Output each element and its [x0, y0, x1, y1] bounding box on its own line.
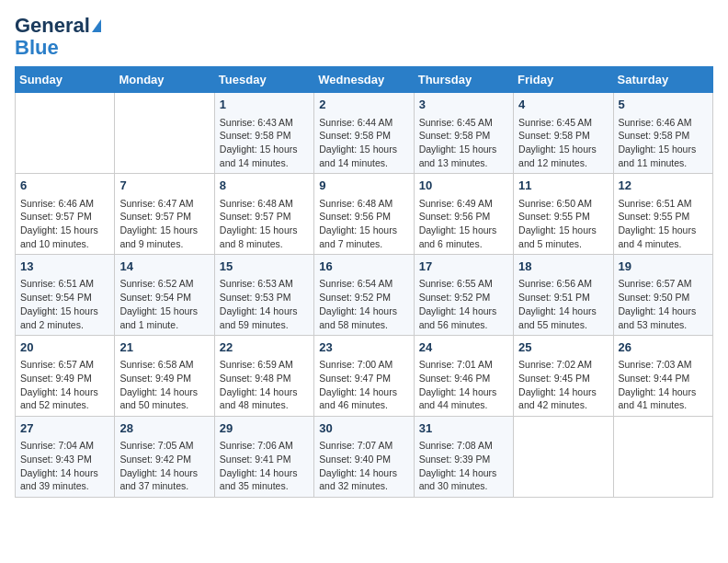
day-number: 21: [119, 339, 209, 356]
calendar-week-row: 6Sunrise: 6:46 AM Sunset: 9:57 PM Daylig…: [16, 174, 713, 255]
calendar-cell: 7Sunrise: 6:47 AM Sunset: 9:57 PM Daylig…: [115, 174, 214, 255]
day-number: 27: [20, 420, 109, 437]
logo-triangle-icon: [92, 19, 101, 32]
calendar-cell: 1Sunrise: 6:43 AM Sunset: 9:58 PM Daylig…: [214, 93, 313, 174]
day-info: Sunrise: 6:43 AM Sunset: 9:58 PM Dayligh…: [220, 116, 309, 170]
calendar-cell: 8Sunrise: 6:48 AM Sunset: 9:57 PM Daylig…: [214, 174, 313, 255]
day-info: Sunrise: 6:52 AM Sunset: 9:54 PM Dayligh…: [119, 277, 209, 331]
calendar-cell: 9Sunrise: 6:48 AM Sunset: 9:56 PM Daylig…: [314, 174, 414, 255]
calendar-cell: 16Sunrise: 6:54 AM Sunset: 9:52 PM Dayli…: [314, 255, 414, 336]
day-number: 5: [619, 97, 708, 113]
day-number: 19: [619, 259, 708, 275]
calendar-week-row: 13Sunrise: 6:51 AM Sunset: 9:54 PM Dayli…: [16, 255, 713, 336]
day-number: 13: [20, 259, 109, 275]
day-info: Sunrise: 7:08 AM Sunset: 9:39 PM Dayligh…: [419, 439, 508, 493]
day-info: Sunrise: 7:03 AM Sunset: 9:44 PM Dayligh…: [619, 358, 708, 412]
calendar-cell: 5Sunrise: 6:46 AM Sunset: 9:58 PM Daylig…: [613, 93, 712, 174]
day-info: Sunrise: 6:55 AM Sunset: 9:52 PM Dayligh…: [419, 277, 508, 331]
day-number: 26: [619, 339, 708, 356]
calendar-cell: 17Sunrise: 6:55 AM Sunset: 9:52 PM Dayli…: [414, 255, 513, 336]
calendar-cell: 12Sunrise: 6:51 AM Sunset: 9:55 PM Dayli…: [613, 174, 712, 255]
calendar-cell: 23Sunrise: 7:00 AM Sunset: 9:47 PM Dayli…: [314, 336, 414, 417]
day-number: 9: [319, 178, 408, 194]
calendar-cell: 3Sunrise: 6:45 AM Sunset: 9:58 PM Daylig…: [414, 93, 513, 174]
page-header: General Blue: [15, 15, 713, 59]
calendar-cell: 29Sunrise: 7:06 AM Sunset: 9:41 PM Dayli…: [214, 417, 313, 498]
calendar-cell: [16, 93, 115, 174]
day-number: 18: [518, 259, 608, 275]
day-info: Sunrise: 6:53 AM Sunset: 9:53 PM Dayligh…: [220, 277, 309, 331]
day-number: 20: [20, 339, 109, 356]
calendar-cell: 2Sunrise: 6:44 AM Sunset: 9:58 PM Daylig…: [314, 93, 414, 174]
weekday-header: Thursday: [414, 67, 513, 93]
calendar-cell: 19Sunrise: 6:57 AM Sunset: 9:50 PM Dayli…: [613, 255, 712, 336]
day-number: 6: [20, 178, 109, 194]
calendar-cell: 25Sunrise: 7:02 AM Sunset: 9:45 PM Dayli…: [514, 336, 613, 417]
logo-general: General: [15, 15, 90, 37]
day-info: Sunrise: 6:49 AM Sunset: 9:56 PM Dayligh…: [419, 197, 508, 251]
day-number: 7: [119, 178, 209, 194]
day-info: Sunrise: 6:45 AM Sunset: 9:58 PM Dayligh…: [518, 116, 608, 170]
calendar-cell: 13Sunrise: 6:51 AM Sunset: 9:54 PM Dayli…: [16, 255, 115, 336]
calendar-cell: 18Sunrise: 6:56 AM Sunset: 9:51 PM Dayli…: [514, 255, 613, 336]
day-number: 16: [319, 259, 408, 275]
day-info: Sunrise: 6:54 AM Sunset: 9:52 PM Dayligh…: [319, 277, 408, 331]
day-number: 30: [319, 420, 408, 437]
calendar-cell: 22Sunrise: 6:59 AM Sunset: 9:48 PM Dayli…: [214, 336, 313, 417]
calendar-cell: [514, 417, 613, 498]
calendar-week-row: 1Sunrise: 6:43 AM Sunset: 9:58 PM Daylig…: [16, 93, 713, 174]
day-info: Sunrise: 6:48 AM Sunset: 9:56 PM Dayligh…: [319, 197, 408, 251]
day-number: 10: [419, 178, 508, 194]
calendar-cell: 24Sunrise: 7:01 AM Sunset: 9:46 PM Dayli…: [414, 336, 513, 417]
day-number: 23: [319, 339, 408, 356]
day-info: Sunrise: 6:51 AM Sunset: 9:55 PM Dayligh…: [619, 197, 708, 251]
calendar-cell: 20Sunrise: 6:57 AM Sunset: 9:49 PM Dayli…: [16, 336, 115, 417]
day-info: Sunrise: 6:48 AM Sunset: 9:57 PM Dayligh…: [220, 197, 309, 251]
day-info: Sunrise: 6:57 AM Sunset: 9:49 PM Dayligh…: [20, 358, 109, 412]
day-number: 11: [518, 178, 608, 194]
day-info: Sunrise: 6:56 AM Sunset: 9:51 PM Dayligh…: [518, 277, 608, 331]
day-number: 28: [119, 420, 209, 437]
day-number: 22: [220, 339, 309, 356]
day-info: Sunrise: 6:44 AM Sunset: 9:58 PM Dayligh…: [319, 116, 408, 170]
logo-blue: Blue: [15, 37, 59, 59]
day-number: 17: [419, 259, 508, 275]
weekday-header: Tuesday: [214, 67, 313, 93]
calendar-cell: 27Sunrise: 7:04 AM Sunset: 9:43 PM Dayli…: [16, 417, 115, 498]
day-info: Sunrise: 7:06 AM Sunset: 9:41 PM Dayligh…: [220, 439, 309, 493]
day-info: Sunrise: 6:58 AM Sunset: 9:49 PM Dayligh…: [119, 358, 209, 412]
day-info: Sunrise: 6:51 AM Sunset: 9:54 PM Dayligh…: [20, 277, 109, 331]
day-info: Sunrise: 6:59 AM Sunset: 9:48 PM Dayligh…: [220, 358, 309, 412]
day-number: 14: [119, 259, 209, 275]
calendar-cell: 26Sunrise: 7:03 AM Sunset: 9:44 PM Dayli…: [613, 336, 712, 417]
calendar-cell: 31Sunrise: 7:08 AM Sunset: 9:39 PM Dayli…: [414, 417, 513, 498]
day-number: 31: [419, 420, 508, 437]
weekday-header: Wednesday: [314, 67, 414, 93]
calendar-cell: 10Sunrise: 6:49 AM Sunset: 9:56 PM Dayli…: [414, 174, 513, 255]
day-number: 8: [220, 178, 309, 194]
day-number: 12: [619, 178, 708, 194]
day-info: Sunrise: 6:45 AM Sunset: 9:58 PM Dayligh…: [419, 116, 508, 170]
day-number: 15: [220, 259, 309, 275]
day-number: 1: [220, 97, 309, 113]
day-number: 29: [220, 420, 309, 437]
calendar-table: SundayMondayTuesdayWednesdayThursdayFrid…: [15, 66, 713, 498]
calendar-cell: [613, 417, 712, 498]
weekday-header: Sunday: [16, 67, 115, 93]
weekday-header: Monday: [115, 67, 214, 93]
calendar-week-row: 20Sunrise: 6:57 AM Sunset: 9:49 PM Dayli…: [16, 336, 713, 417]
day-number: 3: [419, 97, 508, 113]
calendar-week-row: 27Sunrise: 7:04 AM Sunset: 9:43 PM Dayli…: [16, 417, 713, 498]
calendar-cell: 21Sunrise: 6:58 AM Sunset: 9:49 PM Dayli…: [115, 336, 214, 417]
day-info: Sunrise: 7:02 AM Sunset: 9:45 PM Dayligh…: [518, 358, 608, 412]
calendar-cell: 6Sunrise: 6:46 AM Sunset: 9:57 PM Daylig…: [16, 174, 115, 255]
day-info: Sunrise: 6:46 AM Sunset: 9:58 PM Dayligh…: [619, 116, 708, 170]
calendar-cell: 4Sunrise: 6:45 AM Sunset: 9:58 PM Daylig…: [514, 93, 613, 174]
calendar-cell: 11Sunrise: 6:50 AM Sunset: 9:55 PM Dayli…: [514, 174, 613, 255]
calendar-cell: [115, 93, 214, 174]
header-row: SundayMondayTuesdayWednesdayThursdayFrid…: [16, 67, 713, 93]
day-number: 2: [319, 97, 408, 113]
day-info: Sunrise: 6:46 AM Sunset: 9:57 PM Dayligh…: [20, 197, 109, 251]
day-number: 25: [518, 339, 608, 356]
calendar-cell: 14Sunrise: 6:52 AM Sunset: 9:54 PM Dayli…: [115, 255, 214, 336]
